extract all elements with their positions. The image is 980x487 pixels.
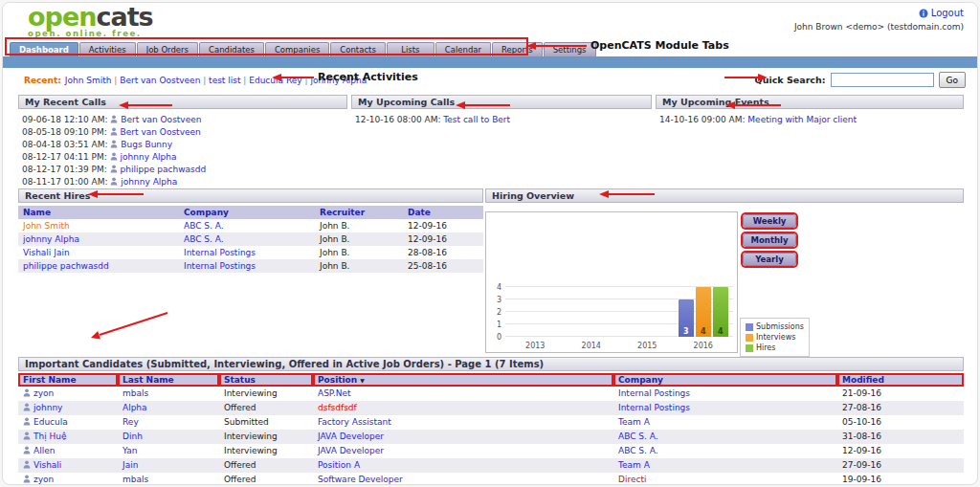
candidate-last-name-cell: Dinh: [118, 430, 219, 444]
candidate-company-link[interactable]: Directi: [618, 475, 646, 484]
column-header[interactable]: Modified: [837, 373, 964, 387]
recent-link[interactable]: John Smith: [65, 76, 112, 85]
candidate-company-link[interactable]: Team A: [618, 460, 650, 470]
column-header[interactable]: Date: [403, 206, 483, 219]
table-row: Thị HuệDinhInterviewingJAVA DeveloperABC…: [18, 430, 964, 444]
y-tick-label: 2: [488, 308, 501, 317]
recent-link[interactable]: johnny Alpha: [310, 76, 367, 85]
entry-time: 08-11-17 01:00 AM:: [22, 177, 110, 187]
candidate-position-link[interactable]: ASP.Net: [318, 388, 351, 398]
candidate-first-name-cell: Thị Huệ: [18, 430, 118, 444]
column-header-label: First Name: [23, 375, 77, 385]
chart-range-button-weekly[interactable]: Weekly: [743, 214, 796, 228]
column-header[interactable]: First Name: [18, 373, 118, 387]
column-header[interactable]: Company: [179, 206, 315, 219]
hire-company-link[interactable]: Internal Postings: [184, 248, 256, 257]
candidate-company-link[interactable]: ABC S. A.: [618, 446, 658, 455]
candidate-first-name-link[interactable]: Educula: [33, 417, 68, 427]
recent-link[interactable]: test list: [209, 76, 240, 85]
opencats-logo[interactable]: opencats open. online. free.: [28, 4, 153, 38]
candidate-first-name-link[interactable]: Allen: [33, 446, 55, 455]
entry-link[interactable]: Bugs Bunny: [121, 140, 172, 149]
tab-dashboard[interactable]: Dashboard: [10, 42, 78, 56]
entry-link[interactable]: philippe pachwasdd: [121, 165, 207, 174]
hire-company-link[interactable]: ABC S. A.: [184, 234, 224, 244]
candidate-last-name-link[interactable]: Alpha: [122, 403, 147, 412]
candidate-first-name-link[interactable]: johnny: [33, 403, 62, 412]
quick-search-go-button[interactable]: Go: [939, 72, 966, 88]
entry-link[interactable]: johnny Alpha: [121, 152, 177, 162]
candidate-company-link[interactable]: Internal Postings: [618, 403, 690, 412]
column-header[interactable]: Name: [18, 206, 179, 219]
candidate-company-link[interactable]: Internal Postings: [618, 388, 690, 398]
tab-settings[interactable]: Settings: [544, 42, 596, 56]
table-row: John SmithABC S. A.John B.12-09-16: [18, 219, 483, 232]
hire-name-cell: Vishali Jain: [18, 246, 179, 259]
tab-lists[interactable]: Lists: [387, 42, 434, 56]
chart-bar: 4: [696, 287, 711, 337]
candidate-first-name-link[interactable]: zyon: [33, 388, 54, 398]
entry-link[interactable]: johnny Alpha: [121, 177, 177, 187]
section-title: My Upcoming Calls: [358, 97, 455, 107]
column-header-label: Last Name: [122, 375, 174, 385]
chart-range-button-monthly[interactable]: Monthly: [743, 233, 796, 247]
tab-candidates[interactable]: Candidates: [199, 42, 264, 56]
chart-range-button-yearly[interactable]: Yearly: [743, 253, 796, 266]
column-header[interactable]: Last Name: [118, 373, 219, 387]
candidate-last-name-link[interactable]: mbals: [122, 475, 148, 484]
candidate-first-name-link[interactable]: zyon: [33, 475, 54, 484]
logout-link[interactable]: Logout: [794, 8, 964, 18]
candidate-status-cell: Offered: [219, 458, 313, 473]
tab-activities[interactable]: Activities: [79, 42, 136, 56]
activity-entry: 08-05-18 09:10 PM: Bert van Oostveen: [22, 126, 206, 139]
entry-link[interactable]: Bert van Oostveen: [121, 127, 201, 137]
entry-link[interactable]: Bert van Oostveen: [121, 115, 201, 124]
candidate-position-link[interactable]: Factory Assistant: [318, 417, 391, 427]
candidate-modified-cell: 27-09-16: [837, 458, 964, 473]
candidate-position-link[interactable]: Software Developer: [318, 475, 403, 484]
tab-companies[interactable]: Companies: [265, 42, 329, 56]
column-header[interactable]: Company: [613, 373, 837, 387]
tab-calendar[interactable]: Calendar: [435, 42, 491, 56]
hire-name-link[interactable]: philippe pachwasdd: [23, 261, 109, 271]
recent-bar: Recent:John Smith | Bert van Oostveen | …: [24, 70, 367, 91]
candidate-first-name-link[interactable]: Thị Huệ: [33, 432, 67, 441]
candidate-position-link[interactable]: Position A: [318, 460, 360, 470]
candidate-last-name-link[interactable]: Rey: [122, 417, 139, 427]
hire-name-link[interactable]: johnny Alpha: [23, 234, 79, 244]
candidate-modified-cell: 19-09-16: [837, 473, 964, 485]
candidate-company-link[interactable]: Team A: [618, 417, 650, 427]
separator: |: [240, 76, 249, 85]
tab-reports[interactable]: Reports: [492, 42, 543, 56]
hire-name-link[interactable]: Vishali Jain: [23, 248, 70, 257]
entry-link[interactable]: Test call to Bert: [443, 115, 510, 124]
candidate-company-link[interactable]: ABC S. A.: [618, 432, 658, 441]
column-header[interactable]: Position▼: [313, 373, 613, 387]
hiring-overview-chart: 012342013201420152016344: [485, 211, 738, 353]
candidate-last-name-link[interactable]: Dinh: [122, 432, 143, 441]
activity-entry: 14-10-16 09:00 AM: Meeting with Major cl…: [659, 114, 857, 125]
tab-job-orders[interactable]: Job Orders: [137, 42, 198, 56]
candidate-position-link[interactable]: dsfsdfsdf: [318, 403, 357, 412]
entry-link[interactable]: Meeting with Major client: [747, 115, 857, 124]
entry-time: 08-12-17 04:11 PM:: [22, 152, 110, 162]
candidate-last-name-link[interactable]: Yan: [122, 446, 137, 455]
candidate-last-name-link[interactable]: Jain: [122, 460, 138, 470]
column-header[interactable]: Recruiter: [315, 206, 403, 219]
candidate-position-link[interactable]: JAVA Developer: [318, 432, 384, 441]
column-header[interactable]: Status: [219, 373, 313, 387]
tab-contacts[interactable]: Contacts: [330, 42, 386, 56]
candidate-position-cell: ASP.Net: [313, 387, 613, 401]
hire-company-link[interactable]: Internal Postings: [184, 261, 256, 271]
table-header-row: NameCompanyRecruiterDate: [18, 206, 483, 219]
candidate-first-name-link[interactable]: Vishali: [33, 460, 61, 470]
table-row: EduculaReySubmittedFactory AssistantTeam…: [18, 415, 964, 430]
recent-link[interactable]: Educula Rey: [249, 76, 301, 85]
candidate-last-name-link[interactable]: mbals: [122, 388, 148, 398]
hire-company-link[interactable]: ABC S. A.: [184, 221, 224, 231]
quick-search-input[interactable]: [831, 73, 934, 87]
recent-link[interactable]: Bert van Oostveen: [120, 76, 200, 85]
hire-name-link[interactable]: John Smith: [23, 221, 70, 231]
candidate-position-link[interactable]: JAVA Developer: [318, 446, 384, 455]
legend-item: Interviews: [746, 332, 804, 343]
